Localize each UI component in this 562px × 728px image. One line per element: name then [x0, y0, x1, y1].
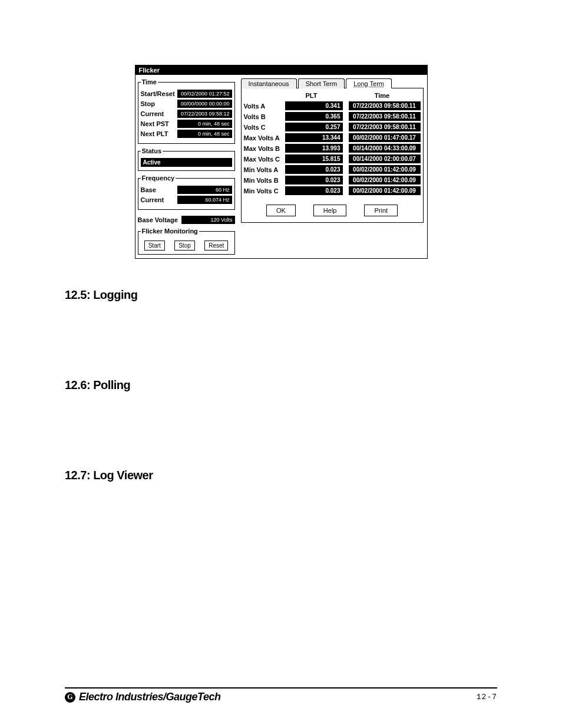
row-label: Min Volts A — [244, 166, 285, 173]
row-plt: 0.341 — [285, 101, 343, 110]
flicker-monitoring-legend: Flicker Monitoring — [141, 228, 199, 235]
brand-logo-icon: G — [65, 692, 75, 703]
time-legend: Time — [141, 78, 158, 85]
time-value: 00/00/0000 00:00:00 — [177, 100, 232, 108]
data-row: Max Volts A 13.344 00/02/2000 01:47:00.1… — [244, 133, 421, 142]
row-time: 07/22/2003 09:58:00.11 — [349, 112, 421, 121]
row-time: 00/02/2000 01:42:00.09 — [349, 186, 421, 195]
row-plt: 0.023 — [285, 186, 343, 195]
time-label: Start/Reset — [141, 90, 177, 97]
row-label: Volts A — [244, 103, 285, 110]
freq-label: Base — [141, 186, 177, 193]
frequency-legend: Frequency — [141, 174, 176, 182]
print-button[interactable]: Print — [364, 205, 398, 216]
time-label: Next PLT — [141, 130, 177, 137]
status-fieldset: Status Active — [138, 147, 235, 171]
time-fieldset: Time Start/Reset 00/02/2000 01:27:52 Sto… — [138, 78, 235, 144]
data-area: PLT Time Volts A 0.341 07/22/2003 09:58:… — [241, 88, 424, 223]
section-heading-polling: 12.6: Polling — [65, 378, 497, 392]
base-voltage-value: 120 Volts — [181, 216, 235, 224]
data-row: Min Volts A 0.023 00/02/2000 01:42:00.09 — [244, 165, 421, 174]
data-header: PLT Time — [244, 92, 421, 99]
row-plt: 13.993 — [285, 144, 343, 153]
freq-row-current: Current 60.074 Hz — [141, 196, 232, 204]
row-plt: 0.365 — [285, 112, 343, 121]
stop-button[interactable]: Stop — [174, 241, 195, 251]
row-time: 07/22/2003 09:58:00.11 — [349, 101, 421, 110]
time-row-nextpst: Next PST 0 min, 48 sec — [141, 120, 232, 128]
row-time: 07/22/2003 09:58:00.11 — [349, 123, 421, 131]
time-row-stop: Stop 00/00/0000 00:00:00 — [141, 100, 232, 108]
row-time: 00/14/2000 04:33:00.09 — [349, 144, 421, 153]
data-row: Volts A 0.341 07/22/2003 09:58:00.11 — [244, 101, 421, 110]
data-row: Max Volts C 15.815 00/14/2000 02:00:00.0… — [244, 154, 421, 163]
time-row-current: Current 07/22/2003 09:58:12 — [141, 110, 232, 118]
data-row: Volts B 0.365 07/22/2003 09:58:00.11 — [244, 112, 421, 121]
flicker-dialog: Flicker Time Start/Reset 00/02/2000 01:2… — [135, 65, 428, 259]
time-row-nextplt: Next PLT 0 min, 48 sec — [141, 130, 232, 138]
row-time: 00/02/2000 01:42:00.09 — [349, 176, 421, 185]
row-plt: 0.023 — [285, 176, 343, 185]
frequency-fieldset: Frequency Base 60 Hz Current 60.074 Hz — [138, 174, 235, 210]
time-value: 0 min, 48 sec — [177, 120, 232, 128]
left-panel: Time Start/Reset 00/02/2000 01:27:52 Sto… — [135, 75, 237, 258]
row-label: Max Volts B — [244, 145, 285, 152]
row-label: Max Volts A — [244, 134, 285, 141]
row-plt: 0.257 — [285, 123, 343, 131]
start-button[interactable]: Start — [144, 241, 165, 251]
data-row: Min Volts C 0.023 00/02/2000 01:42:00.09 — [244, 186, 421, 195]
header-time: Time — [344, 92, 421, 99]
row-label: Volts C — [244, 124, 285, 131]
data-row: Max Volts B 13.993 00/14/2000 04:33:00.0… — [244, 144, 421, 153]
data-row: Min Volts B 0.023 00/02/2000 01:42:00.09 — [244, 176, 421, 185]
freq-row-base: Base 60 Hz — [141, 186, 232, 194]
page-number: 12-7 — [477, 693, 497, 701]
row-time: 00/02/2000 01:47:00.17 — [349, 133, 421, 142]
time-label: Current — [141, 110, 177, 117]
right-panel: Instantaneous Short Term Long Term PLT T… — [237, 75, 427, 258]
base-voltage-row: Base Voltage 120 Volts — [138, 216, 235, 224]
data-row: Volts C 0.257 07/22/2003 09:58:00.11 — [244, 123, 421, 131]
status-value: Active — [141, 158, 232, 167]
tab-long-term[interactable]: Long Term — [346, 78, 392, 88]
base-voltage-label: Base Voltage — [138, 216, 178, 223]
row-plt: 13.344 — [285, 133, 343, 142]
time-value: 07/22/2003 09:58:12 — [177, 110, 232, 118]
flicker-monitoring-fieldset: Flicker Monitoring Start Stop Reset — [138, 228, 235, 255]
row-label: Volts B — [244, 113, 285, 120]
time-label: Stop — [141, 100, 177, 107]
row-plt: 0.023 — [285, 165, 343, 174]
freq-label: Current — [141, 196, 177, 203]
row-label: Max Volts C — [244, 156, 285, 163]
ok-button[interactable]: OK — [266, 205, 296, 216]
row-time: 00/14/2000 02:00:00.07 — [349, 154, 421, 163]
help-button[interactable]: Help — [313, 205, 347, 216]
section-heading-logviewer: 12.7: Log Viewer — [65, 469, 497, 482]
tab-instantaneous[interactable]: Instantaneous — [241, 78, 297, 88]
time-row-startreset: Start/Reset 00/02/2000 01:27:52 — [141, 90, 232, 98]
dialog-titlebar: Flicker — [135, 65, 427, 75]
tab-short-term[interactable]: Short Term — [298, 78, 345, 88]
time-label: Next PST — [141, 120, 177, 127]
row-label: Min Volts B — [244, 177, 285, 184]
freq-value: 60.074 Hz — [177, 196, 232, 204]
row-label: Min Volts C — [244, 187, 285, 195]
brand-name: Electro Industries/GaugeTech — [79, 691, 220, 703]
row-time: 00/02/2000 01:42:00.09 — [349, 165, 421, 174]
reset-button[interactable]: Reset — [204, 241, 228, 251]
time-value: 00/02/2000 01:27:52 — [177, 90, 232, 98]
time-value: 0 min, 48 sec — [177, 130, 232, 138]
row-plt: 15.815 — [285, 154, 343, 163]
tab-bar: Instantaneous Short Term Long Term — [241, 78, 424, 88]
page-footer: G Electro Industries/GaugeTech 12-7 — [65, 687, 497, 703]
header-plt: PLT — [285, 92, 338, 99]
freq-value: 60 Hz — [177, 186, 232, 194]
status-legend: Status — [141, 147, 163, 154]
section-heading-logging: 12.5: Logging — [65, 288, 497, 302]
